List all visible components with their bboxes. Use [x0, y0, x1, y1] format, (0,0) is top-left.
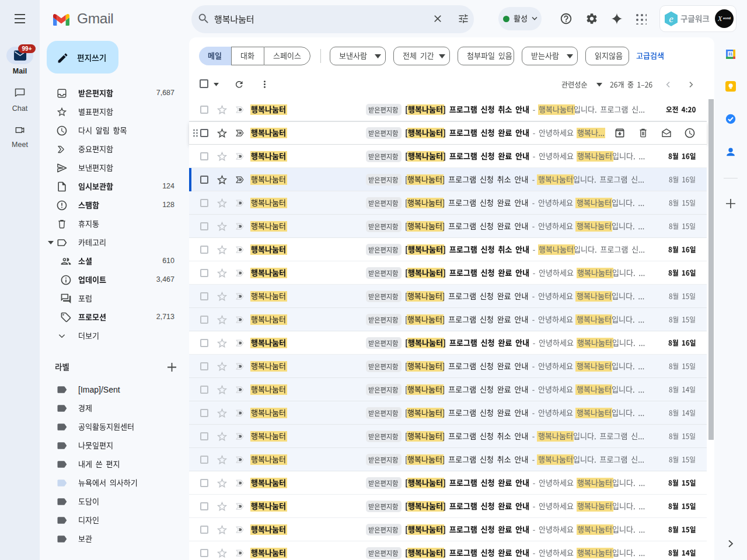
svg-text:e: e	[669, 13, 673, 24]
svg-text:31: 31	[728, 52, 733, 56]
